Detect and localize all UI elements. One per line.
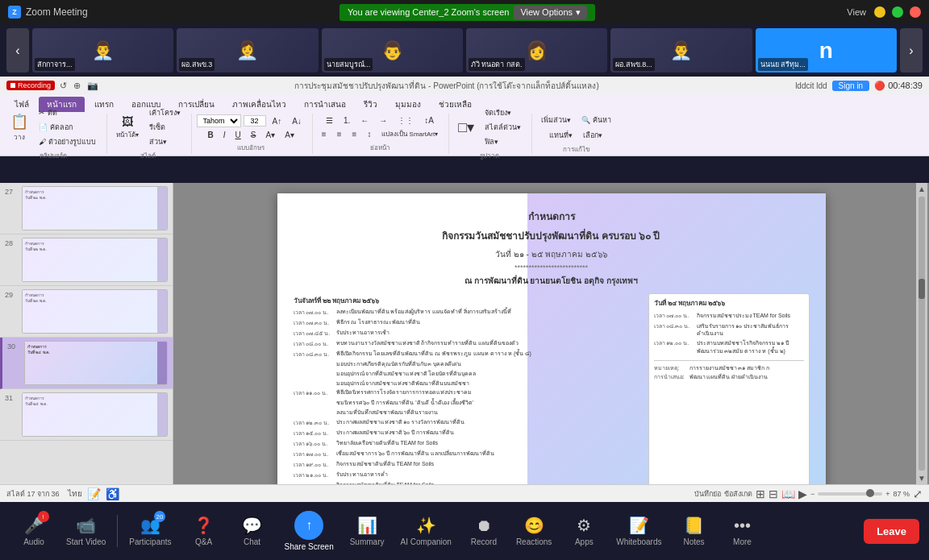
zoom-icon-2[interactable]: 📷 xyxy=(87,81,98,91)
slide-item-30[interactable]: 30 กำหนดการวันที่ ๒๔ พ.ค. xyxy=(0,338,173,389)
strikethrough-button[interactable]: S xyxy=(247,130,260,140)
font-size-decrease[interactable]: A↓ xyxy=(288,116,306,127)
vscroll-up[interactable]: ▲ xyxy=(916,183,927,195)
new-slide-button[interactable]: 🖼หน้าโต้▾ xyxy=(112,114,143,141)
font-size-input[interactable] xyxy=(244,115,266,127)
line-spacing[interactable]: ↕ xyxy=(363,129,375,139)
thumbnails-next-button[interactable]: › xyxy=(900,28,923,73)
minimize-button[interactable] xyxy=(874,6,885,18)
ppt-tab-slideshow[interactable]: การนำเสนอ xyxy=(296,97,354,112)
fit-slide-button[interactable]: ⤢ xyxy=(913,487,923,500)
columns-button[interactable]: ⋮⋮ xyxy=(394,115,418,126)
window-controls xyxy=(874,6,921,18)
slide-layout-button[interactable]: เค้าโครง▾ xyxy=(145,106,185,119)
taskbar-apps[interactable]: ⚙ Apps xyxy=(560,512,608,550)
schedule-16: เวลา ๑๙.๐๐ น. กิจกรรมสมัชชาดินที่ดิน TEA… xyxy=(294,460,640,469)
refresh-icon[interactable]: ↺ xyxy=(60,81,67,91)
taskbar-reactions[interactable]: 😊 Reactions xyxy=(508,512,560,550)
slide-divider: ************************** xyxy=(294,263,810,272)
shapes-gallery[interactable]: □▾ xyxy=(454,118,478,137)
close-button[interactable] xyxy=(910,6,921,18)
ppt-tab-review[interactable]: รีวิว xyxy=(356,97,385,112)
numbering-button[interactable]: 1. xyxy=(340,115,354,126)
thumbnail-4[interactable]: 👩 ภัวิ ทนอดา กสต. xyxy=(466,28,607,73)
font-size-increase[interactable]: A↑ xyxy=(269,116,286,127)
slide-item-29[interactable]: 29 กำหนดการวันที่ ๒๓ พ.ค. xyxy=(0,286,173,338)
font-name-select[interactable]: Tahoma xyxy=(197,114,241,127)
taskbar-qa[interactable]: ❓ Q&A xyxy=(180,512,228,550)
taskbar-notes[interactable]: 📒 Notes xyxy=(669,512,718,550)
thumbnail-5[interactable]: 👨‍💼 ผอ.สพข.8... xyxy=(610,28,752,73)
notes-button[interactable]: บันทึกย่อ xyxy=(694,488,721,500)
shape-fill[interactable]: ฟิล▾ xyxy=(481,135,525,148)
taskbar-chat[interactable]: 💬 Chat xyxy=(228,512,277,550)
notes-toggle[interactable]: 📝 xyxy=(87,487,101,500)
taskbar-whiteboards[interactable]: 📝 Whiteboards xyxy=(608,512,669,550)
comments-button[interactable]: ข้อสังเกต xyxy=(724,488,752,500)
vscroll-down[interactable]: ▼ xyxy=(916,472,927,484)
language-indicator[interactable]: ไทย xyxy=(68,487,82,500)
select-button[interactable]: เลือก▾ xyxy=(579,129,606,142)
format-painter-button[interactable]: 🖌 ตัวอย่างรูปแบบ xyxy=(35,135,100,148)
arrange-objects[interactable]: แทนที่▾ xyxy=(545,129,577,142)
thumbnail-1[interactable]: 👨‍💼 สักกาจาร... xyxy=(32,28,173,73)
view-options-button[interactable]: View Options ▾ xyxy=(514,6,587,19)
slide-item-27[interactable]: 27 กำหนดการวันที่ ๒๑ พ.ค. xyxy=(0,183,173,234)
increase-indent[interactable]: → xyxy=(375,115,391,126)
quick-styles[interactable]: สไตล์ด่วน▾ xyxy=(481,121,525,134)
taskbar-share-screen[interactable]: ↑ Share Screen xyxy=(277,508,342,554)
decrease-indent[interactable]: ← xyxy=(356,115,373,126)
font-color-button[interactable]: A▾ xyxy=(261,130,279,140)
section-button[interactable]: ส่วน▾ xyxy=(145,135,185,148)
companion-label: AI Companion xyxy=(401,537,452,546)
italic-button[interactable]: I xyxy=(219,130,230,140)
normal-view-icon[interactable]: ⊞ xyxy=(756,487,765,500)
sorter-view-icon[interactable]: ⊟ xyxy=(769,487,778,500)
arrange-button[interactable]: จัดเรียง▾ xyxy=(481,106,525,119)
accessibility-icon[interactable]: ♿ xyxy=(106,487,119,500)
slideshow-icon[interactable]: ▶ xyxy=(798,487,807,500)
thumbnail-6[interactable]: n นนนย สรีทุม... xyxy=(756,28,897,73)
ppt-tab-view[interactable]: มุมมอง xyxy=(387,97,429,112)
reading-view-icon[interactable]: 📖 xyxy=(781,487,795,500)
text-direction[interactable]: ↕A xyxy=(420,115,438,126)
taskbar-companion[interactable]: ✨ AI Companion xyxy=(393,512,460,550)
copy-button[interactable]: 📄 คัดลอก xyxy=(35,121,100,134)
find-button[interactable]: 🔍 ค้นหา xyxy=(577,114,615,127)
vscroll-thumb[interactable] xyxy=(919,279,925,299)
highlight-button[interactable]: A▾ xyxy=(281,130,298,140)
view-button[interactable]: View xyxy=(847,7,866,17)
slide-item-31[interactable]: 31 กำหนดการวันที่ ๒๕ พ.ค. xyxy=(0,389,173,441)
zoom-slider-thumb[interactable] xyxy=(866,489,874,497)
align-center[interactable]: ≡ xyxy=(333,129,346,139)
zoom-out-button[interactable]: − xyxy=(810,490,814,498)
maximize-button[interactable] xyxy=(892,6,903,18)
taskbar-video[interactable]: 📹 Start Video xyxy=(58,512,114,550)
underline-button[interactable]: U xyxy=(231,130,245,140)
cut-button[interactable]: ✂ ตัด xyxy=(35,106,100,119)
align-left[interactable]: ≡ xyxy=(318,129,331,139)
slide-item-28[interactable]: 28 กำหนดการวันที่ ๒๒ พ.ค. xyxy=(0,234,173,286)
thumbnail-3[interactable]: 👨 นายสมบูรณ์... xyxy=(322,28,463,73)
taskbar-summary[interactable]: 📊 Summary xyxy=(342,512,393,550)
paste-button[interactable]: 📋วาง xyxy=(6,112,32,143)
sign-in-button[interactable]: Sign in xyxy=(832,81,870,91)
zoom-in-button[interactable]: + xyxy=(885,490,889,498)
taskbar-participants[interactable]: 👥 20 Participants xyxy=(121,512,179,550)
align-right[interactable]: ≡ xyxy=(348,129,361,139)
reset-button[interactable]: รีเซ็ต xyxy=(145,121,185,134)
bullets-button[interactable]: ☰ xyxy=(322,115,337,126)
taskbar-audio[interactable]: 🎤 ! Audio xyxy=(10,512,58,550)
taskbar-more[interactable]: ••• More xyxy=(718,513,766,550)
zoom-icon-1[interactable]: ⊕ xyxy=(73,81,81,91)
thumbnails-prev-button[interactable]: ‹ xyxy=(6,28,29,73)
thumbnail-2[interactable]: 👩‍💼 ผอ.สพข.3 xyxy=(177,28,318,73)
zoom-slider[interactable] xyxy=(818,492,882,496)
leave-button[interactable]: Leave xyxy=(864,519,919,544)
bold-button[interactable]: B xyxy=(204,130,218,140)
ppt-tab-animation[interactable]: ภาพเคลื่อนไหว xyxy=(224,97,294,112)
taskbar-record[interactable]: ⏺ Record xyxy=(460,513,508,550)
add-section-button[interactable]: เพิ่มส่วน▾ xyxy=(537,114,575,127)
schedule-5: เวลา ๐๘.๓๐ น. พิธีเปิดกิจกรรม โดยเลขที่ด… xyxy=(294,350,640,359)
smartart-button[interactable]: แปลงเป็น SmartArt▾ xyxy=(377,128,442,140)
